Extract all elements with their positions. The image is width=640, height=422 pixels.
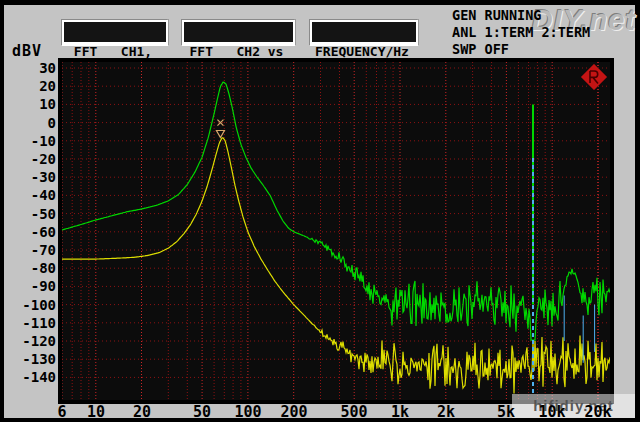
y-tick-label: -40 [0, 187, 56, 201]
y-tick-label: 0 [0, 115, 56, 129]
y-tick-label: -90 [0, 278, 56, 292]
trace-ch2 [62, 138, 610, 394]
status-analyzer: ANL 1:TERM 2:TERM [452, 24, 590, 41]
marker-triangle-down [216, 131, 224, 138]
fft-ch1-label: FFT CH1, [58, 44, 168, 59]
y-tick-label: 20 [0, 78, 56, 92]
y-tick-label: 10 [0, 96, 56, 110]
y-tick-label: -120 [0, 333, 56, 347]
x-tick-label: 50 [180, 403, 224, 418]
y-tick-label: 30 [0, 60, 56, 74]
display-field-ch1 [62, 20, 168, 46]
y-tick-label: -110 [0, 315, 56, 329]
x-tick-label: 20 [120, 403, 164, 418]
status-sweep: SWP OFF [452, 41, 509, 58]
x-tick-label: 200 [272, 403, 316, 418]
rs-logo-icon [581, 64, 607, 90]
y-tick-label: -140 [0, 369, 56, 383]
x-tick-label: 100 [226, 403, 270, 418]
x-tick-label: 5k [484, 403, 528, 418]
y-axis-unit-label: dBV [12, 42, 42, 60]
analyzer-screen: FFT CH1, FFT CH2 vs FREQUENCY/Hz dBV GEN… [0, 0, 640, 422]
plot-frame [58, 58, 614, 404]
y-tick-label: -80 [0, 260, 56, 274]
y-tick-label: -70 [0, 242, 56, 256]
y-tick-label: -10 [0, 133, 56, 147]
y-tick-label: -100 [0, 297, 56, 311]
display-field-frequency [310, 20, 418, 46]
y-tick-label: -50 [0, 206, 56, 220]
y-tick-label: -30 [0, 169, 56, 183]
frequency-axis-label: FREQUENCY/Hz [306, 44, 418, 59]
y-tick-label: -20 [0, 151, 56, 165]
grid [62, 62, 610, 400]
spectrum-plot [62, 62, 610, 400]
trace-ch1 [62, 82, 610, 340]
x-tick-label: 10k [530, 403, 574, 418]
x-tick-label: 20k [576, 403, 620, 418]
display-field-ch2 [182, 20, 295, 46]
x-tick-label: 2k [424, 403, 468, 418]
status-generator: GEN RUNNING [452, 7, 541, 24]
fft-ch2-label: FFT CH2 vs [178, 44, 295, 59]
x-tick-label: 500 [332, 403, 376, 418]
x-tick-label: 1k [378, 403, 422, 418]
y-tick-label: -60 [0, 224, 56, 238]
x-tick-label: 10 [74, 403, 118, 418]
y-tick-label: -130 [0, 351, 56, 365]
